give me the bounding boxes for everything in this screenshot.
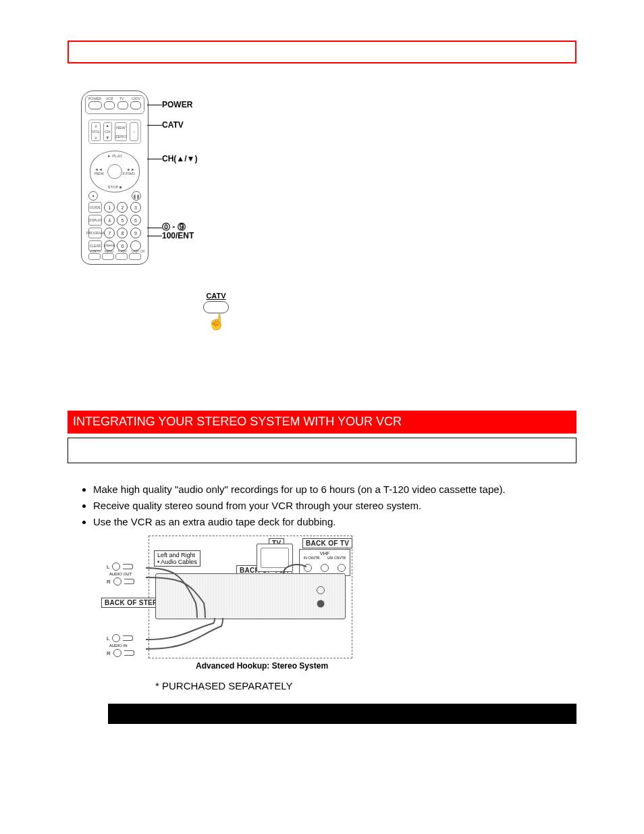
remote-top-label-catv: CATV [132,97,140,101]
callout-catv: CATV [162,120,184,130]
num-2: 2 [117,202,128,213]
black-bar [108,704,576,724]
display-button: DISPLAY [88,215,102,226]
remote-control-illustration: POWER VCR TV CATV ∧VOL∨ ▲CH▼ NEWZERO − ►… [81,90,149,265]
num-8: 8 [117,228,128,238]
num-7: 7 [104,228,115,238]
feature-bullets: Make high quality "audio only" recording… [81,482,576,529]
catv-button-shape [203,301,229,313]
ch-rocker: ▲CH▼ [103,122,112,141]
num-4: 4 [104,215,115,226]
diagram-caption: Advanced Hookup: Stereo System [196,661,328,671]
hookup-diagram-wrap: TV BACK OF TV BACK OF VCR BACK OF STEREO… [81,536,576,692]
lastch-button [129,253,141,260]
bullet-2: Receive quality stereo sound from your V… [93,498,576,513]
callout-ch: CH(▲/▼) [162,154,197,163]
number-keypad: GUIDE 1 2 3 DISPLAY 4 5 6 PROGRAM 7 8 9 … [88,202,141,251]
program-button: PROGRAM [88,228,102,238]
vol-rocker: ∧VOL∨ [91,122,101,141]
catv-mode-button [130,101,141,109]
tv-mode-button [117,101,128,109]
cable-lines [81,536,365,671]
num-5: 5 [117,215,128,226]
mute-block: − [130,122,138,141]
section-heading-red: INTEGRATING YOUR STEREO SYSTEM WITH YOUR… [68,411,576,434]
catv-press-label: CATV [196,292,236,300]
num-9: 9 [130,228,141,238]
power-button [88,101,102,109]
pause-dot-right: ❚❚ [132,191,141,201]
remote-top-label-power: POWER [88,97,101,101]
remote-vol-ch-block: ∧VOL∨ ▲CH▼ NEWZERO − [88,120,141,144]
remote-top-buttons [88,101,141,109]
fadv-button [115,253,128,260]
guide-button: GUIDE [88,202,102,213]
record-dot-left: ● [88,191,98,201]
num-3: 3 [130,202,141,213]
bullet-1: Make high quality "audio only" recording… [93,482,576,497]
num-1: 1 [104,202,115,213]
pointing-hand-icon: ☝ [196,315,236,330]
remote-bottom-buttons [88,253,141,260]
remote-top-label-tv: TV [119,97,124,101]
remote-top-label-vcr: VCR [106,97,113,101]
remote-figure-row: POWER VCR TV CATV ∧VOL∨ ▲CH▼ NEWZERO − ►… [81,90,644,265]
index-block: NEWZERO [115,122,128,141]
bullet-3: Use the VCR as an extra audio tape deck … [93,515,576,529]
vcr-tv-button [88,253,101,260]
section-heading-text: INTEGRATING YOUR STEREO SYSTEM WITH YOUR… [73,415,402,428]
menu-button [102,253,114,260]
callout-100ent: 100/ENT [162,231,194,240]
page: POWER VCR TV CATV ∧VOL∨ ▲CH▼ NEWZERO − ►… [0,0,644,764]
footnote-purchased-separately: * PURCHASED SEPARATELY [155,680,576,692]
callout-power: POWER [162,100,192,109]
hookup-diagram: TV BACK OF TV BACK OF VCR BACK OF STEREO… [81,536,365,671]
num-6: 6 [130,215,141,226]
vcr-mode-button [104,101,115,109]
red-outline-box [68,41,576,63]
transport-dpad: ► PLAY ◄◄REW ►►F.FWD STOP ■ [90,151,140,192]
black-outline-box [68,438,576,463]
remote-callouts: POWER CATV CH(▲/▼) ⓪ - ⑨ 100/ENT [149,90,257,265]
catv-press-figure: CATV ☝ [196,292,236,330]
